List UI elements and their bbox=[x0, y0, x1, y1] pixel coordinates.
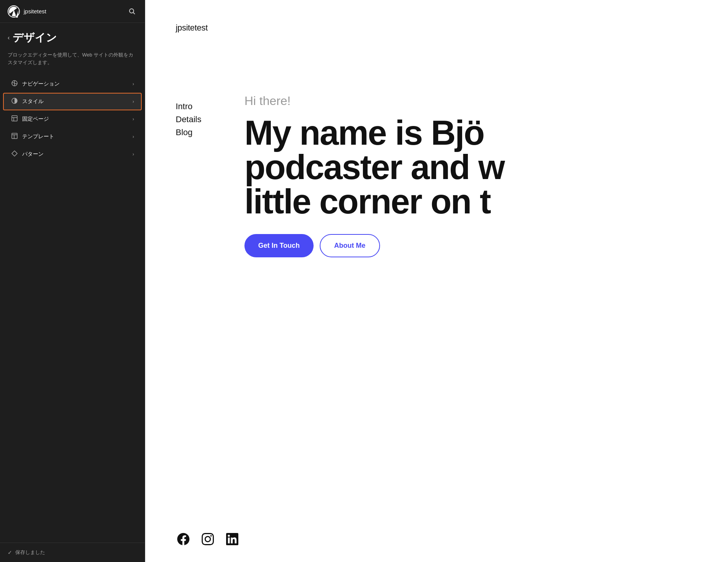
hero-title: My name is Bjö podcaster and w little co… bbox=[244, 116, 728, 219]
wordpress-logo bbox=[8, 5, 20, 18]
chevron-icon: › bbox=[133, 152, 134, 157]
nav-item-navigation[interactable]: ナビゲーション › bbox=[3, 75, 142, 93]
pages-icon bbox=[11, 115, 18, 123]
back-navigation[interactable]: ‹ デザイン bbox=[0, 31, 145, 51]
page-body: Intro Details Blog Hi there! My name is … bbox=[145, 48, 728, 516]
facebook-icon[interactable] bbox=[176, 531, 191, 547]
patterns-icon bbox=[11, 150, 18, 158]
nav-item-patterns[interactable]: パターン › bbox=[3, 145, 142, 163]
navigation-label: ナビゲーション bbox=[22, 81, 60, 87]
about-me-button[interactable]: About Me bbox=[320, 234, 380, 257]
nav-intro[interactable]: Intro bbox=[176, 102, 222, 111]
styles-icon bbox=[11, 97, 18, 106]
chevron-icon: › bbox=[133, 99, 134, 104]
back-arrow-icon: ‹ bbox=[8, 34, 10, 41]
templates-label: テンプレート bbox=[22, 133, 54, 140]
svg-rect-6 bbox=[12, 116, 17, 121]
chevron-icon: › bbox=[133, 81, 134, 87]
nav-details[interactable]: Details bbox=[176, 115, 222, 124]
preview-site-name: jpsitetest bbox=[176, 23, 208, 32]
main-preview: jpsitetest Intro Details Blog Hi there! … bbox=[145, 0, 728, 562]
nav-item-pages[interactable]: 固定ページ › bbox=[3, 110, 142, 128]
instagram-icon[interactable] bbox=[200, 531, 215, 547]
chevron-icon: › bbox=[133, 116, 134, 122]
sidebar: jpsitetest ‹ デザイン ブロックエディターを使用して、Web サイト… bbox=[0, 0, 145, 562]
hero-buttons: Get In Touch About Me bbox=[244, 234, 728, 257]
svg-line-2 bbox=[133, 12, 135, 14]
navigation-icon bbox=[11, 80, 18, 88]
templates-icon bbox=[11, 132, 18, 141]
check-icon: ✓ bbox=[8, 549, 12, 556]
nav-item-templates[interactable]: テンプレート › bbox=[3, 128, 142, 145]
svg-point-1 bbox=[129, 9, 134, 13]
search-button[interactable] bbox=[127, 6, 137, 16]
sidebar-footer: ✓ 保存しました bbox=[0, 543, 145, 562]
chevron-icon: › bbox=[133, 134, 134, 139]
page-navigation: Intro Details Blog bbox=[176, 71, 222, 493]
hero-greeting: Hi there! bbox=[244, 94, 728, 108]
hero-content: Hi there! My name is Bjö podcaster and w… bbox=[244, 71, 728, 493]
pages-label: 固定ページ bbox=[22, 116, 49, 123]
get-in-touch-button[interactable]: Get In Touch bbox=[244, 234, 314, 257]
patterns-label: パターン bbox=[22, 151, 44, 158]
site-title: jpsitetest bbox=[24, 8, 123, 15]
section-title: デザイン bbox=[13, 31, 57, 45]
nav-blog[interactable]: Blog bbox=[176, 128, 222, 137]
preview-site-header: jpsitetest bbox=[145, 0, 728, 48]
svg-rect-9 bbox=[12, 133, 17, 139]
sidebar-content: ‹ デザイン ブロックエディターを使用して、Web サイトの外観をカスタマイズし… bbox=[0, 23, 145, 543]
saved-label: 保存しました bbox=[15, 549, 45, 556]
section-description: ブロックエディターを使用して、Web サイトの外観をカスタマイズします。 bbox=[0, 51, 145, 75]
sidebar-header: jpsitetest bbox=[0, 0, 145, 23]
linkedin-icon[interactable] bbox=[225, 531, 240, 547]
styles-label: スタイル bbox=[22, 98, 44, 105]
social-bar bbox=[145, 516, 728, 562]
nav-item-styles[interactable]: スタイル › bbox=[3, 93, 142, 110]
